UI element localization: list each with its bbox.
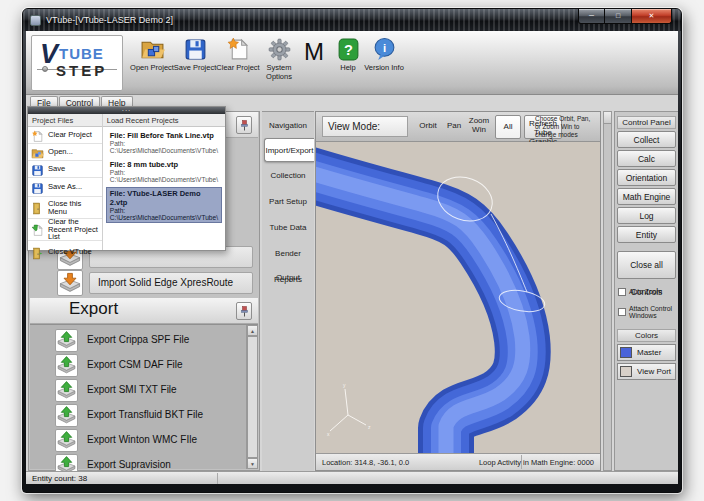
version-info-button[interactable]: i Version Info <box>362 37 406 73</box>
project-files-popup: ... Project Files Clear Project Open... <box>27 106 226 251</box>
menu-item-open[interactable]: Open... <box>28 144 102 161</box>
status-bar: Entity count: 38 <box>26 471 678 484</box>
export-row-crippa[interactable]: Export Crippa SPF File <box>30 328 245 353</box>
tab-tube-data[interactable]: Tube Data <box>262 216 314 240</box>
axis-triad-icon <box>330 389 366 431</box>
menu-item-save[interactable]: Save <box>28 161 102 178</box>
tab-part-setup[interactable]: Part Setup <box>262 190 314 214</box>
orientation-button[interactable]: Orientation <box>617 169 676 186</box>
recent-project-item[interactable]: File: Fill Before Tank Line.vtp Path: C:… <box>106 129 222 156</box>
export-pin-button[interactable] <box>236 302 252 320</box>
all-button[interactable]: All <box>495 115 521 139</box>
export-file-icon <box>55 379 78 402</box>
loop-activity-readout: Loop Activity in Math Engine: 0000 <box>479 458 594 467</box>
orbit-button[interactable]: Orbit <box>415 122 441 131</box>
zoom-win-button[interactable]: Zoom Win <box>466 117 492 135</box>
view-toolbar: View Mode: VIEW Orbit Pan Zoom Win All R… <box>316 112 600 142</box>
collect-button[interactable]: Collect <box>617 131 676 148</box>
export-file-icon <box>55 429 78 452</box>
export-file-icon <box>55 354 78 377</box>
menu-item-close-menu[interactable]: Close this Menu <box>28 197 102 219</box>
load-recent-projects-list: Load Recent Projects File: Fill Before T… <box>103 114 225 250</box>
title-bar[interactable]: VTube-[VTube-LASER Demo 2] ─ □ ✕ <box>23 9 681 31</box>
info-icon: i <box>372 37 397 62</box>
client-area: V TUBE STEP Open Project Save <box>26 31 678 484</box>
tube-graphic: yxz <box>316 142 600 453</box>
menu-item-close-vtube[interactable]: Close VTube <box>28 241 102 263</box>
clear-page-icon <box>31 129 44 142</box>
load-recent-projects-header: Load Recent Projects <box>103 114 225 127</box>
maximize-button[interactable]: □ <box>605 9 632 24</box>
master-color-button[interactable]: Master <box>617 344 676 361</box>
export-header-title: Export <box>69 299 118 319</box>
popup-grip-handle[interactable]: ... <box>28 107 225 114</box>
location-readout: Location: 314.8, -36.1, 0.0 <box>322 458 409 467</box>
export-file-icon <box>55 404 78 427</box>
calc-button[interactable]: Calc <box>617 150 676 167</box>
open-folder-icon <box>140 37 165 62</box>
save-project-button[interactable]: Save Project <box>173 37 217 73</box>
svg-text:y: y <box>343 382 346 388</box>
tube-3d-canvas[interactable]: yxz <box>316 142 600 453</box>
export-file-icon <box>55 329 78 352</box>
log-button[interactable]: Log <box>617 207 676 224</box>
svg-text:?: ? <box>344 42 353 58</box>
export-row-winton[interactable]: Export Winton WMC FIle <box>30 428 245 453</box>
tab-navigation[interactable]: Navigation <box>262 114 314 138</box>
app-root: VTube-[VTube-LASER Demo 2] ─ □ ✕ V TUBE … <box>0 0 704 501</box>
menu-item-clear-recent-list[interactable]: Clear the Recent Project List <box>28 219 102 241</box>
clear-project-button[interactable]: Clear Project <box>216 37 260 73</box>
viewport-panel: View Mode: VIEW Orbit Pan Zoom Win All R… <box>315 111 601 471</box>
help-icon: ? <box>336 37 361 62</box>
entity-button[interactable]: Entity <box>617 226 676 243</box>
door-icon <box>31 201 44 214</box>
pan-button[interactable]: Pan <box>443 122 465 131</box>
close-button[interactable]: ✕ <box>632 9 672 24</box>
svg-text:i: i <box>382 42 385 54</box>
math-engine-button[interactable]: Math Engine <box>617 188 676 205</box>
svg-text:z: z <box>368 424 371 430</box>
save-disk-icon <box>31 181 44 194</box>
save-disk-icon <box>183 37 208 62</box>
export-row-smi[interactable]: Export SMI TXT File <box>30 378 245 403</box>
menu-item-save-as[interactable]: Save As... <box>28 178 102 197</box>
attach-control-windows-checkbox[interactable]: Attach Control Windows <box>618 305 676 319</box>
door-icon <box>31 246 44 259</box>
tab-collection[interactable]: Collection <box>262 164 314 188</box>
viewport-scroll-strip[interactable] <box>603 111 612 471</box>
view-port-color-swatch <box>620 366 632 377</box>
export-row-csm[interactable]: Export CSM DAF File <box>30 353 245 378</box>
svg-text:x: x <box>327 431 330 437</box>
auto-zoom-checkbox[interactable]: Auto Zoom <box>618 288 676 296</box>
pushpin-icon <box>240 120 249 131</box>
app-icon <box>30 15 41 26</box>
gear-icon <box>267 37 292 62</box>
open-project-button[interactable]: Open Project <box>130 37 174 73</box>
recent-project-item[interactable]: File: 8 mm tube.vtp Path: C:\Users\Micha… <box>106 158 222 185</box>
export-row-transfluid[interactable]: Export Transfluid BKT File <box>30 403 245 428</box>
tab-import-export[interactable]: Import/Export <box>264 138 314 162</box>
save-disk-icon <box>31 163 44 176</box>
scroll-thumb[interactable] <box>247 336 258 458</box>
tab-bender-output[interactable]: Bender Output <box>262 242 314 266</box>
close-all-controls-button[interactable]: Close all Controls <box>617 251 676 279</box>
scroll-up-icon[interactable]: ▲ <box>247 325 258 336</box>
view-port-color-button[interactable]: View Port <box>617 363 676 380</box>
scroll-down-icon[interactable]: ▼ <box>247 458 258 469</box>
minimize-button[interactable]: ─ <box>578 9 605 24</box>
export-section-header <box>30 298 258 324</box>
recent-project-item-selected[interactable]: File: VTube-LASER Demo 2.vtp Path: C:\Us… <box>106 187 222 223</box>
clear-page-icon <box>226 37 251 62</box>
entity-count-readout: Entity count: 38 <box>28 473 218 484</box>
import-pin-button[interactable] <box>236 116 252 134</box>
view-status-bar: Location: 314.8, -36.1, 0.0 Loop Activit… <box>316 453 600 470</box>
view-mode-display: View Mode: VIEW <box>322 116 408 137</box>
import-solid-edge-label: Import Solid Edge XpresRoute <box>89 272 253 294</box>
logo-step-text: STEP <box>56 62 107 79</box>
viewport-scroll-cap <box>604 112 611 124</box>
tab-reports[interactable]: Reports <box>262 268 314 292</box>
export-list-scrollbar[interactable]: ▲ ▼ <box>246 325 258 469</box>
application-window: VTube-[VTube-LASER Demo 2] ─ □ ✕ V TUBE … <box>22 8 682 493</box>
logo-dot <box>42 66 48 72</box>
menu-item-clear-project[interactable]: Clear Project <box>28 127 102 144</box>
